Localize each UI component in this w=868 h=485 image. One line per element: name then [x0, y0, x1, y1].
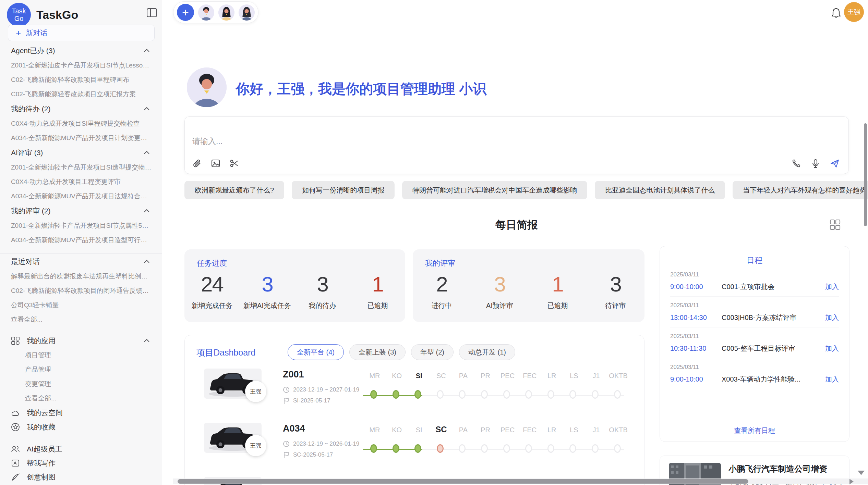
new-chat-button[interactable]: + 新对话 [8, 25, 155, 41]
milestone-node[interactable] [525, 390, 532, 399]
notification-bell-icon[interactable] [831, 8, 841, 18]
milestone-node[interactable] [393, 390, 399, 399]
agent-avatar-3[interactable] [239, 4, 255, 21]
milestone-node[interactable] [414, 444, 421, 453]
milestone-node[interactable] [614, 444, 621, 453]
sidebar-item[interactable]: Z001-全新燃油皮卡产品开发项目SI节点Lesson Learn报告 [0, 58, 162, 73]
milestone-node[interactable] [481, 444, 488, 453]
sidebar-item-ai-super-staff[interactable]: AI超级员工 [0, 442, 162, 456]
attachment-icon[interactable] [192, 159, 202, 168]
apps-view-all[interactable]: 查看全部... [0, 391, 162, 406]
suggestion-chip[interactable]: 当下年轻人对汽车外观有怎样的喜好趋势 [733, 181, 868, 199]
milestone-node[interactable] [370, 444, 377, 453]
milestone-node[interactable] [393, 444, 399, 453]
sidebar-item[interactable]: A034-全新新能源MUV产品开发项目法规符合性评审 [0, 189, 162, 203]
send-icon[interactable] [830, 159, 840, 168]
sidebar-item[interactable]: C0X4-动力总成开发项目工程变更评审 [0, 175, 162, 189]
recent-item[interactable]: 公司Q3轻卡销量 [0, 298, 162, 312]
sidebar-section-header[interactable]: Agent已办 (3) [0, 43, 162, 58]
add-conversation-button[interactable]: + [177, 4, 194, 21]
chat-input[interactable] [192, 137, 672, 146]
suggestion-chip[interactable]: 比亚迪全固态电池计划具体说了什么 [595, 181, 725, 199]
join-link[interactable]: 加入 [825, 375, 839, 384]
app-item[interactable]: 产品管理 [0, 362, 162, 377]
metric-label: 已逾期 [350, 301, 405, 310]
milestone-node[interactable] [592, 390, 599, 399]
my-apps-header[interactable]: 我的应用 [0, 334, 162, 348]
vertical-scrollbar-thumb[interactable] [864, 123, 867, 226]
scissors-icon[interactable] [229, 159, 239, 168]
chevron-up-icon[interactable] [143, 149, 150, 157]
chevron-up-icon[interactable] [143, 207, 150, 215]
recent-view-all[interactable]: 查看全部... [0, 312, 162, 327]
milestone-node[interactable] [592, 444, 599, 453]
sidebar-item[interactable]: A034-全新新能源MUV产品开发项目计划变更表编写 [0, 131, 162, 145]
sidebar-section-header[interactable]: 我的待办 (2) [0, 101, 162, 116]
horizontal-scrollbar-thumb[interactable] [178, 479, 748, 484]
metric: 2进行中 [413, 272, 471, 310]
my-cloud-space[interactable]: 我的云空间 [0, 406, 162, 420]
layout-grid-icon[interactable] [829, 219, 841, 231]
milestone-node[interactable] [437, 444, 444, 453]
metric-label: 已逾期 [529, 301, 587, 310]
recent-header[interactable]: 最近对话 [0, 254, 162, 269]
agent-avatar-1[interactable] [198, 4, 214, 21]
sidebar-item[interactable]: Z001-全新燃油轻卡产品开发项目SI节点属性5D文件评审 [0, 219, 162, 233]
user-avatar[interactable]: 王强 [844, 2, 864, 22]
agent-avatar-2[interactable] [218, 4, 234, 21]
app-item[interactable]: 变更管理 [0, 377, 162, 391]
suggestion-chip[interactable]: 如何写一份清晰的项目周报 [292, 181, 395, 199]
sidebar-item[interactable]: C02-飞腾新能源轻客改款项目立项汇报方案 [0, 87, 162, 101]
milestone-node[interactable] [547, 390, 554, 399]
sidebar-item[interactable]: A034-全新新能源MUV产品开发项目造型可行性评审 [0, 233, 162, 247]
milestone-node[interactable] [503, 444, 510, 453]
join-link[interactable]: 加入 [825, 313, 839, 322]
milestone-node[interactable] [569, 444, 576, 453]
app-item[interactable]: 项目管理 [0, 348, 162, 362]
milestone-node[interactable] [614, 390, 621, 399]
sidebar-item[interactable]: C02-飞腾新能源轻客改款项目里程碑画布 [0, 73, 162, 87]
join-link[interactable]: 加入 [825, 282, 839, 291]
suggestion-chip[interactable]: 欧洲新规最近颁布了什么? [184, 181, 284, 199]
sidebar-collapse-icon[interactable] [147, 8, 157, 17]
chevron-up-icon[interactable] [143, 337, 150, 345]
milestone-node[interactable] [525, 444, 532, 453]
milestone-node[interactable] [481, 390, 488, 399]
sidebar-item-help-me-write[interactable]: 帮我写作 [0, 456, 162, 470]
my-favorites[interactable]: 我的收藏 [0, 420, 162, 434]
chevron-up-icon[interactable] [143, 105, 150, 113]
dashboard-tab[interactable]: 动总开发 (1) [459, 344, 515, 360]
chevron-up-icon[interactable] [143, 47, 150, 54]
recent-item[interactable]: 解释最新出台的欧盟报废车法规再生塑料比例被调至15%... [0, 269, 162, 284]
milestone-node[interactable] [547, 444, 554, 453]
schedule-time: 9:00-10:00 [670, 375, 722, 383]
dashboard-tab[interactable]: 全新平台 (4) [288, 344, 344, 360]
scroll-down-arrow[interactable] [858, 471, 865, 475]
milestone-node[interactable] [370, 390, 377, 399]
sidebar-section-header[interactable]: 我的评审 (2) [0, 203, 162, 219]
sidebar-section-header[interactable]: AI评审 (3) [0, 145, 162, 160]
dashboard-tab[interactable]: 全新上装 (3) [349, 344, 406, 360]
dashboard-tab[interactable]: 年型 (2) [411, 344, 454, 360]
recent-item[interactable]: C02-飞腾新能源轻客改款项目的闭环通告反馈情况 [0, 284, 162, 298]
sidebar-item[interactable]: Z001-全新燃油轻卡产品开发项目SI造型提交物评审 [0, 160, 162, 175]
view-all-schedule-link[interactable]: 查看所有日程 [660, 426, 849, 435]
milestone-node[interactable] [414, 390, 421, 399]
milestone-node[interactable] [437, 390, 444, 399]
microphone-icon[interactable] [811, 159, 820, 168]
milestone-node[interactable] [459, 444, 466, 453]
image-icon[interactable] [211, 159, 220, 168]
new-chat-label: 新对话 [26, 28, 47, 38]
milestone-node[interactable] [459, 390, 466, 399]
schedule-time: 13:00-14:30 [670, 314, 722, 322]
milestone-node[interactable] [569, 390, 576, 399]
scroll-right-arrow[interactable] [849, 479, 854, 484]
schedule-entry-row: 10:30-11:30C005-整车工程目标评审加入 [670, 344, 839, 353]
phone-icon[interactable] [792, 159, 801, 168]
chevron-up-icon[interactable] [143, 258, 150, 265]
join-link[interactable]: 加入 [825, 344, 839, 353]
sidebar-item[interactable]: C0X4-动力总成开发项目SI里程碑提交物检查 [0, 116, 162, 131]
sidebar-item-creative-drawing[interactable]: 创意制图 [0, 470, 162, 484]
milestone-node[interactable] [503, 390, 510, 399]
suggestion-chip[interactable]: 特朗普可能对进口汽车增税会对中国车企造成哪些影响 [402, 181, 587, 199]
